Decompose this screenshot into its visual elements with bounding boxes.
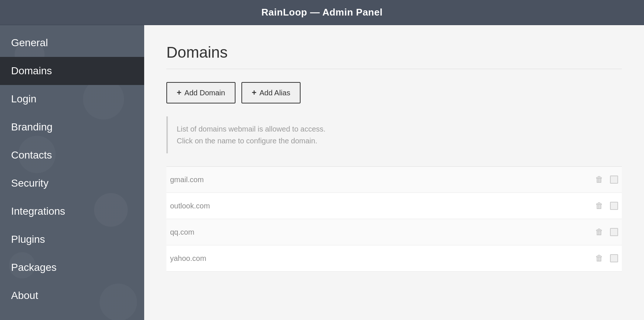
- sidebar-item-domains[interactable]: Domains: [0, 57, 144, 85]
- add-alias-label: Add Alias: [260, 89, 290, 97]
- table-row: outlook.com🗑: [166, 193, 622, 219]
- table-row: qq.com🗑: [166, 219, 622, 245]
- sidebar-item-security[interactable]: Security: [0, 169, 144, 197]
- info-text-line1: List of domains webmail is allowed to ac…: [177, 123, 613, 135]
- domain-name[interactable]: yahoo.com: [170, 254, 595, 263]
- sidebar-item-branding[interactable]: Branding: [0, 113, 144, 141]
- domain-actions: 🗑: [595, 227, 618, 237]
- sidebar-item-general[interactable]: General: [0, 29, 144, 57]
- table-row: gmail.com🗑: [166, 167, 622, 193]
- domain-name[interactable]: qq.com: [170, 228, 595, 236]
- info-text-line2: Click on the name to configure the domai…: [177, 135, 613, 147]
- plus-icon: +: [177, 88, 182, 98]
- app-layout: GeneralDomainsLoginBrandingContactsSecur…: [0, 25, 644, 320]
- table-row: yahoo.com🗑: [166, 245, 622, 272]
- sidebar-item-plugins[interactable]: Plugins: [0, 225, 144, 253]
- sidebar-item-contacts[interactable]: Contacts: [0, 141, 144, 169]
- sidebar-item-integrations[interactable]: Integrations: [0, 197, 144, 225]
- domain-actions: 🗑: [595, 201, 618, 211]
- add-domain-label: Add Domain: [184, 89, 225, 97]
- page-title: Domains: [166, 44, 622, 61]
- main-content: Domains + Add Domain + Add Alias List of…: [144, 25, 644, 320]
- domain-name[interactable]: gmail.com: [170, 176, 595, 184]
- plus-icon: +: [252, 88, 257, 98]
- domain-enable-checkbox[interactable]: [610, 176, 618, 184]
- app-header: RainLoop — Admin Panel: [0, 0, 644, 25]
- domain-list: gmail.com🗑outlook.com🗑qq.com🗑yahoo.com🗑: [166, 166, 622, 272]
- sidebar-item-about[interactable]: About: [0, 282, 144, 310]
- info-block: List of domains webmail is allowed to ac…: [166, 116, 622, 153]
- delete-domain-icon[interactable]: 🗑: [595, 253, 603, 263]
- domain-enable-checkbox[interactable]: [610, 254, 618, 262]
- delete-domain-icon[interactable]: 🗑: [595, 175, 603, 184]
- add-alias-button[interactable]: + Add Alias: [241, 82, 301, 103]
- delete-domain-icon[interactable]: 🗑: [595, 227, 603, 237]
- sidebar-nav: GeneralDomainsLoginBrandingContactsSecur…: [0, 25, 144, 310]
- sidebar-item-packages[interactable]: Packages: [0, 253, 144, 282]
- domain-actions: 🗑: [595, 253, 618, 263]
- domain-name[interactable]: outlook.com: [170, 202, 595, 210]
- domain-actions: 🗑: [595, 175, 618, 184]
- add-domain-button[interactable]: + Add Domain: [166, 82, 235, 103]
- delete-domain-icon[interactable]: 🗑: [595, 201, 603, 211]
- sidebar: GeneralDomainsLoginBrandingContactsSecur…: [0, 25, 144, 320]
- action-buttons: + Add Domain + Add Alias: [166, 82, 622, 103]
- app-title: RainLoop — Admin Panel: [261, 7, 383, 18]
- domain-enable-checkbox[interactable]: [610, 228, 618, 236]
- sidebar-item-login[interactable]: Login: [0, 85, 144, 113]
- domain-enable-checkbox[interactable]: [610, 202, 618, 210]
- title-divider: [166, 69, 622, 69]
